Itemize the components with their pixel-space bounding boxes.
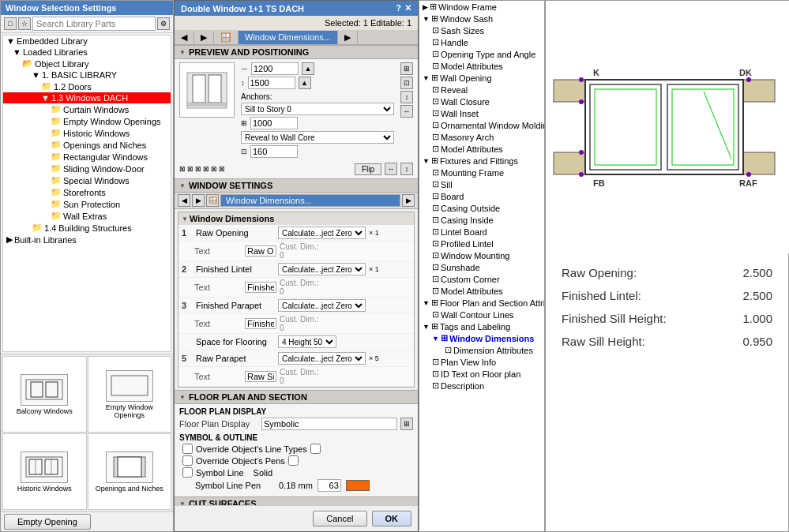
tree-right-handle[interactable]: ⊡ Handle xyxy=(419,36,544,48)
tree-right-wall-inset[interactable]: ⊡ Wall Inset xyxy=(419,107,544,119)
close-btn[interactable]: ✕ xyxy=(404,3,411,13)
tree-right-wall-closure[interactable]: ⊡ Wall Closure xyxy=(419,96,544,107)
wd-sub-val-2[interactable] xyxy=(245,282,276,293)
tree-right-lintel-board[interactable]: ⊡ Lintel Board xyxy=(419,226,544,238)
flip-btn[interactable]: Flip xyxy=(355,163,381,175)
width2-input[interactable] xyxy=(250,117,298,129)
tree-right-description[interactable]: ⊡ Description xyxy=(419,380,544,392)
tree-storefronts[interactable]: 📁 Storefronts xyxy=(3,186,171,198)
thumbnail-openings[interactable]: Openings and Niches xyxy=(88,433,172,510)
tree-right-plan-view[interactable]: ⊡ Plan View Info xyxy=(419,356,544,368)
tree-right-board[interactable]: ⊡ Board xyxy=(419,190,544,202)
tree-wall-extras[interactable]: 📁 Wall Extras xyxy=(3,210,171,222)
star-btn[interactable]: ☆ xyxy=(18,17,31,30)
tree-basic-lib[interactable]: ▼ 1. BASIC LIBRARY xyxy=(3,69,171,81)
width-up-btn[interactable]: ▲ xyxy=(302,62,314,75)
fp-override-pens-val[interactable] xyxy=(288,455,299,466)
tree-right-sash-sizes[interactable]: ⊡ Sash Sizes xyxy=(419,24,544,36)
fp-override-types-cb[interactable] xyxy=(182,444,193,454)
wd-select-5[interactable]: Calculate...ject Zero xyxy=(278,352,366,365)
ws-tab-more[interactable]: ▶ xyxy=(402,194,415,207)
wd-select-space[interactable]: 4 Height 50 xyxy=(278,335,336,348)
tree-right-custom-corner[interactable]: ⊡ Custom Corner xyxy=(419,273,544,285)
tree-right-floor-plan-attrs[interactable]: ▼ ⊞ Floor Plan and Section Attributes xyxy=(419,297,544,309)
ok-btn[interactable]: OK xyxy=(372,511,412,526)
tree-right-reveal[interactable]: ⊡ Reveal xyxy=(419,84,544,96)
tree-right-masonry[interactable]: ⊡ Masonry Arch xyxy=(419,131,544,143)
search-input[interactable] xyxy=(32,17,156,31)
ws-tab-icon[interactable]: 🪟 xyxy=(206,194,219,207)
thumbnail-historic[interactable]: Historic Windows xyxy=(2,433,87,510)
preview-section-header[interactable]: ▼ PREVIEW AND POSITIONING xyxy=(175,45,418,59)
tree-right-model-attr-3[interactable]: ⊡ Model Attributes xyxy=(419,285,544,297)
wd-header[interactable]: ▼ Window Dimensions xyxy=(178,212,414,225)
width-input[interactable] xyxy=(251,62,299,75)
tree-right-tags[interactable]: ▼ ⊞ Tags and Labeling xyxy=(419,320,544,332)
floor-plan-header[interactable]: ▼ FLOOR PLAN AND SECTION xyxy=(175,390,418,404)
tree-right-mounting[interactable]: ⊡ Mounting Frame xyxy=(419,167,544,178)
tree-object-lib[interactable]: 📂 Object Library xyxy=(3,58,171,69)
tab-dims[interactable]: Window Dimensions... xyxy=(239,31,338,44)
settings-btn[interactable]: ⚙ xyxy=(157,17,170,30)
tree-right-profiled[interactable]: ⊡ Profiled Lintel xyxy=(419,238,544,249)
tree-right-model-attr-2[interactable]: ⊡ Model Attributes xyxy=(419,143,544,155)
fp-display-btn[interactable]: ⊞ xyxy=(400,418,413,430)
tree-right-window-sash[interactable]: ▼ ⊞ Window Sash xyxy=(419,13,544,24)
tree-loaded[interactable]: ▼ Loaded Libraries xyxy=(3,47,171,58)
new-btn[interactable]: □ xyxy=(4,17,17,30)
tree-right-window-dims[interactable]: ▼ ⊞ Window Dimensions xyxy=(419,332,544,344)
wd-select-2[interactable]: Calculate...ject Zero xyxy=(278,263,366,275)
tree-right-id-text[interactable]: ⊡ ID Text on Floor plan xyxy=(419,368,544,380)
tree-right-dim-attr[interactable]: ⊡ Dimension Attributes xyxy=(419,344,544,356)
tree-empty-window[interactable]: 📁 Empty Window Openings xyxy=(3,115,171,127)
tab-next[interactable]: ▶ xyxy=(194,31,214,44)
tree-embedded[interactable]: ▼ Embedded Library xyxy=(3,36,171,47)
tree-right-opening-type[interactable]: ⊡ Opening Type and Angle xyxy=(419,48,544,60)
tree-historic[interactable]: 📁 Historic Windows xyxy=(3,127,171,139)
tree-curtain[interactable]: 📁 Curtain Windows xyxy=(3,103,171,115)
fp-override-pens-cb[interactable] xyxy=(182,455,193,466)
tree-right-sill[interactable]: ⊡ Sill xyxy=(419,178,544,190)
thumbnail-empty[interactable]: Empty Window Openings xyxy=(88,356,172,433)
ws-tab-prev[interactable]: ◀ xyxy=(178,194,190,207)
height-input[interactable] xyxy=(248,77,295,89)
tree-right-sunshade[interactable]: ⊡ Sunshade xyxy=(419,261,544,273)
empty-opening-btn[interactable]: Empty Opening xyxy=(4,514,91,530)
tree-right-wall-contour[interactable]: ⊡ Wall Contour Lines xyxy=(419,309,544,320)
wd-select-1[interactable]: Calculate...ject Zero xyxy=(278,227,366,239)
tree-right-wmount[interactable]: ⊡ Window Mounting xyxy=(419,249,544,261)
fp-symbol-pen-num[interactable] xyxy=(317,479,341,492)
minimize-btn[interactable]: ? xyxy=(396,3,401,13)
tree-built-in[interactable]: ▶ Built-in Libraries xyxy=(3,234,171,245)
tab-more[interactable]: ▶ xyxy=(338,31,358,44)
tool-1-btn[interactable]: ⊞ xyxy=(400,62,413,75)
tool-4-btn[interactable]: ↔ xyxy=(400,105,413,118)
wd-sub-val-3[interactable] xyxy=(245,318,276,329)
cut-surfaces-header[interactable]: ▼ CUT SURFACES xyxy=(175,496,418,505)
ws-tab-dims[interactable]: Window Dimensions... xyxy=(220,194,400,207)
wd-select-3[interactable]: Calculate...ject Zero xyxy=(278,299,366,312)
tree-openings[interactable]: 📁 Openings and Niches xyxy=(3,139,171,151)
tree-special[interactable]: 📁 Special Windows xyxy=(3,174,171,186)
fp-display-input[interactable] xyxy=(261,418,397,430)
fp-override-types-val[interactable] xyxy=(310,444,321,454)
tab-window[interactable]: 🪟 xyxy=(214,31,239,44)
wd-sub-val-1[interactable] xyxy=(245,245,276,257)
tree-doors[interactable]: 📁 1.2 Doors xyxy=(3,81,171,92)
reveal-select[interactable]: Reveal to Wall Core xyxy=(241,131,394,144)
tool-3-btn[interactable]: ↕ xyxy=(400,91,413,103)
window-settings-header[interactable]: ▼ WINDOW SETTINGS xyxy=(175,178,418,193)
tree-windows-dach[interactable]: ▼ 1.3 Windows DACH xyxy=(3,92,171,103)
tree-right-casing-in[interactable]: ⊡ Casing Inside xyxy=(419,214,544,226)
thumbnail-balcony[interactable]: Balcony Windows xyxy=(2,356,87,433)
mirror-h-btn[interactable]: ↔ xyxy=(385,163,397,175)
fp-symbol-line-cb[interactable] xyxy=(182,467,193,478)
tree-right-fixtures[interactable]: ▼ ⊞ Fixtures and Fittings xyxy=(419,155,544,167)
tree-right-window-frame[interactable]: ▶ ⊞ Window Frame xyxy=(419,1,544,13)
height-up-btn[interactable]: ▲ xyxy=(299,77,311,89)
tree-right-wall-opening[interactable]: ▼ ⊞ Wall Opening xyxy=(419,72,544,84)
reveal-input[interactable] xyxy=(250,145,298,158)
tree-right-casing-out[interactable]: ⊡ Casing Outside xyxy=(419,202,544,214)
tree-sun[interactable]: 📁 Sun Protection xyxy=(3,198,171,210)
tree-building[interactable]: 📁 1.4 Building Structures xyxy=(3,222,171,234)
